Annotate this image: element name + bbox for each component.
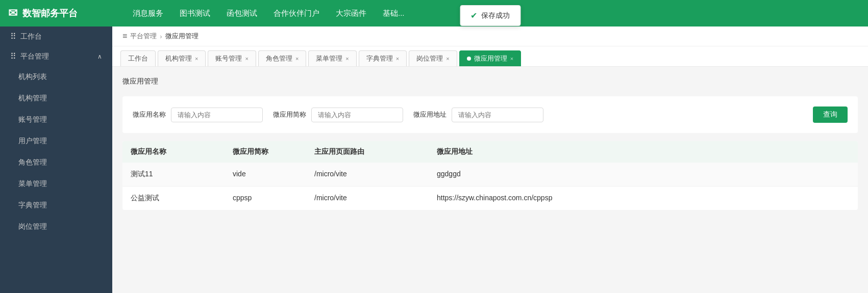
workbench-label: 工作台 (20, 32, 42, 41)
tab-position-close[interactable]: × (446, 56, 449, 62)
row1-name: 测试11 (131, 170, 233, 179)
tab-dict-close[interactable]: × (396, 56, 399, 62)
tab-workbench-label: 工作台 (128, 54, 148, 63)
logo-icon: ✉ (8, 7, 17, 20)
tab-menu-label: 菜单管理 (316, 54, 342, 63)
nav-item-basic[interactable]: 基础... (383, 9, 405, 18)
search-abbr-field: 微应用简称 (273, 108, 403, 122)
menu-icon: ≡ (122, 32, 127, 41)
tab-active-dot (467, 57, 471, 61)
page-content: 微应用管理 微应用名称 微应用简称 微应用地址 查询 (112, 67, 868, 293)
tab-account[interactable]: 账号管理 × (208, 50, 256, 66)
row2-addr: https://szyw.chinapost.com.cn/cppsp (437, 194, 850, 203)
tab-role-close[interactable]: × (295, 56, 299, 62)
search-addr-field: 微应用地址 (413, 108, 543, 122)
breadcrumb-separator: › (160, 33, 162, 40)
col-header-name: 微应用名称 (131, 147, 233, 156)
tab-account-close[interactable]: × (245, 56, 248, 62)
grid-icon-2: ⠿ (10, 51, 16, 61)
table-header: 微应用名称 微应用简称 主应用页面路由 微应用地址 (122, 141, 858, 163)
tab-position[interactable]: 岗位管理 × (409, 50, 457, 66)
tab-role-label: 角色管理 (266, 54, 292, 63)
app-logo: ✉ 数智邮务平台 (0, 0, 112, 26)
tab-position-label: 岗位管理 (416, 54, 443, 63)
nav-item-partner[interactable]: 合作伙伴门户 (274, 9, 319, 18)
nav-item-bulk[interactable]: 大宗函件 (336, 9, 366, 18)
tab-bar: 工作台 机构管理 × 账号管理 × 角色管理 × 菜单管理 × (112, 46, 868, 67)
sidebar-item-org-mgmt[interactable]: 机构管理 (0, 88, 112, 109)
row1-addr: ggdggd (437, 170, 850, 179)
col-header-abbr: 微应用简称 (233, 147, 314, 156)
col-header-addr: 微应用地址 (437, 147, 850, 156)
search-addr-label: 微应用地址 (413, 110, 447, 119)
chevron-up-icon: ∧ (97, 53, 102, 60)
table-row: 测试11 vide /micro/vite ggdggd (122, 163, 858, 187)
tab-menu-close[interactable]: × (345, 56, 349, 62)
sidebar-item-dict[interactable]: 字典管理 (0, 195, 112, 216)
toast-message: 保存成功 (481, 11, 510, 20)
query-button[interactable]: 查询 (813, 106, 848, 123)
sidebar-item-org-list[interactable]: 机构列表 (0, 66, 112, 88)
search-name-label: 微应用名称 (133, 110, 166, 119)
grid-icon: ⠿ (10, 32, 16, 41)
platform-label: 平台管理 (20, 52, 49, 61)
row1-abbr: vide (233, 170, 314, 179)
sidebar-item-role[interactable]: 角色管理 (0, 152, 112, 173)
data-table: 微应用名称 微应用简称 主应用页面路由 微应用地址 测试11 vide /mic… (122, 141, 858, 210)
tab-account-label: 账号管理 (215, 54, 242, 63)
sidebar-item-position[interactable]: 岗位管理 (0, 216, 112, 237)
app-title: 数智邮务平台 (22, 7, 78, 19)
breadcrumb: ≡ 平台管理 › 微应用管理 (112, 26, 868, 46)
nav-item-books[interactable]: 图书测试 (180, 9, 210, 18)
tab-dict-label: 字典管理 (366, 54, 393, 63)
tab-role[interactable]: 角色管理 × (258, 50, 306, 66)
nav-item-packages[interactable]: 函包测试 (227, 9, 257, 18)
tab-micro-app-close[interactable]: × (510, 56, 513, 62)
page-title: 微应用管理 (122, 77, 858, 86)
row2-route: /micro/vite (314, 194, 437, 203)
search-name-field: 微应用名称 (133, 108, 263, 122)
tab-org-mgmt-label: 机构管理 (165, 54, 192, 63)
search-bar: 微应用名称 微应用简称 微应用地址 查询 (122, 96, 858, 133)
sidebar: ⠿ 工作台 ⠿ 平台管理 ∧ 机构列表 机构管理 账号管理 用户管理 角色管理 … (0, 26, 112, 293)
tab-micro-app[interactable]: 微应用管理 × (459, 50, 521, 66)
content-area: ≡ 平台管理 › 微应用管理 工作台 机构管理 × 账号管理 × (112, 26, 868, 293)
sidebar-item-menu[interactable]: 菜单管理 (0, 173, 112, 195)
search-abbr-input[interactable] (311, 108, 403, 122)
check-icon: ✔ (470, 11, 477, 20)
tab-menu[interactable]: 菜单管理 × (308, 50, 356, 66)
breadcrumb-parent: 平台管理 (130, 32, 157, 41)
top-nav: 消息服务 图书测试 函包测试 合作伙伴门户 大宗函件 基础... ✔ 保存成功 (112, 0, 868, 26)
search-name-input[interactable] (171, 108, 263, 122)
sidebar-platform-group[interactable]: ⠿ 平台管理 ∧ (0, 46, 112, 66)
tab-org-mgmt[interactable]: 机构管理 × (158, 50, 206, 66)
sidebar-item-account[interactable]: 账号管理 (0, 109, 112, 130)
sidebar-item-user[interactable]: 用户管理 (0, 130, 112, 152)
row1-route: /micro/vite (314, 170, 437, 179)
col-header-route: 主应用页面路由 (314, 147, 437, 156)
row2-abbr: cppsp (233, 194, 314, 203)
tab-workbench[interactable]: 工作台 (120, 50, 156, 66)
breadcrumb-current: 微应用管理 (165, 32, 199, 41)
table-row: 公益测试 cppsp /micro/vite https://szyw.chin… (122, 187, 858, 210)
sidebar-workbench[interactable]: ⠿ 工作台 (0, 26, 112, 46)
top-nav-items: 消息服务 图书测试 函包测试 合作伙伴门户 大宗函件 基础... (133, 9, 405, 18)
tab-dict[interactable]: 字典管理 × (359, 50, 407, 66)
tab-org-mgmt-close[interactable]: × (195, 56, 198, 62)
save-toast: ✔ 保存成功 (460, 5, 520, 26)
row2-name: 公益测试 (131, 194, 233, 203)
search-addr-input[interactable] (452, 108, 543, 122)
search-abbr-label: 微应用简称 (273, 110, 306, 119)
tab-micro-app-label: 微应用管理 (474, 54, 507, 63)
nav-item-messages[interactable]: 消息服务 (133, 9, 163, 18)
